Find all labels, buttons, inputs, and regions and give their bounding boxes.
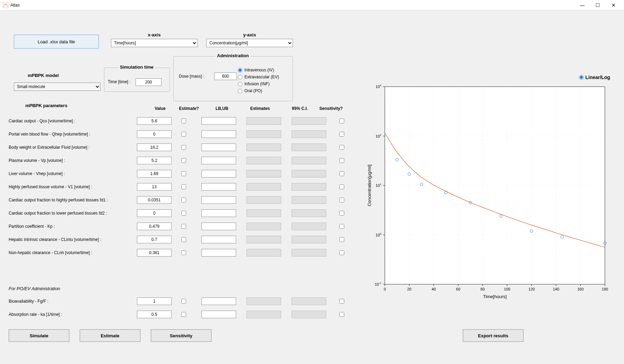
param-lbub-5[interactable] (201, 183, 236, 191)
param-estimate-check-5[interactable] (181, 184, 186, 189)
svg-text:20: 20 (407, 287, 411, 291)
administration-group: Administration Dose [mass] : Intravenous… (173, 56, 293, 101)
admin-radio-input-3[interactable] (238, 89, 242, 93)
param-lbub-1[interactable] (201, 130, 236, 138)
param-value-9[interactable] (137, 236, 172, 243)
simulate-button[interactable]: Simulate (9, 329, 69, 342)
param-lbub-3[interactable] (201, 157, 236, 164)
poev-sens-check-0[interactable] (339, 299, 344, 304)
param-estimates-1 (246, 130, 281, 138)
app-window: Atlas — ☐ ✕ Load .xlsx data file x-axis … (0, 0, 624, 364)
param-sens-check-9[interactable] (339, 237, 344, 242)
param-value-10[interactable] (137, 249, 172, 257)
param-sens-check-10[interactable] (339, 250, 344, 255)
export-button[interactable]: Export results (463, 329, 523, 342)
param-lbub-8[interactable] (201, 223, 236, 230)
svg-text:0: 0 (384, 287, 386, 291)
param-value-3[interactable] (137, 157, 172, 164)
admin-radio-label-0: Intravenous (IV) (244, 68, 274, 72)
param-estimate-check-8[interactable] (181, 224, 186, 229)
param-sens-check-6[interactable] (339, 198, 344, 202)
param-estimate-check-0[interactable] (181, 119, 186, 123)
admin-radio-3[interactable]: Oral (PO) (238, 88, 279, 93)
titlebar: Atlas — ☐ ✕ (0, 0, 624, 10)
sensitivity-button[interactable]: Sensitivity (151, 329, 211, 342)
param-estimate-check-1[interactable] (181, 132, 186, 137)
poev-value-0[interactable] (137, 297, 172, 305)
param-value-2[interactable] (137, 144, 172, 151)
poev-lbub-1[interactable] (201, 311, 236, 318)
linlog-radio[interactable] (579, 75, 584, 80)
estimate-button[interactable]: Estimate (80, 329, 140, 342)
param-lbub-4[interactable] (201, 170, 236, 177)
col-lbub-header: LB,UB (206, 106, 237, 111)
admin-radio-2[interactable]: Infusion (INF) (238, 81, 279, 86)
param-value-6[interactable] (137, 196, 172, 204)
linlog-toggle[interactable]: Linear/Log (579, 75, 610, 80)
maximize-button[interactable]: ☐ (590, 0, 606, 10)
param-value-0[interactable] (137, 117, 172, 125)
param-estimates-6 (246, 196, 281, 204)
admin-radio-0[interactable]: Intravenous (IV) (238, 68, 279, 72)
param-lbub-9[interactable] (201, 236, 236, 243)
param-sens-check-3[interactable] (339, 158, 344, 163)
poev-rows: Bioavailability - Fg/F :Absorption rate … (9, 295, 348, 321)
poev-sens-check-1[interactable] (339, 312, 344, 317)
linlog-label: Linear/Log (585, 75, 610, 80)
close-button[interactable]: ✕ (606, 0, 621, 10)
param-estimate-check-3[interactable] (181, 158, 186, 163)
admin-radio-input-2[interactable] (238, 82, 242, 86)
svg-text:Time[hours]: Time[hours] (483, 294, 506, 299)
param-rows: Cardiac output - Qco [volume/time] :Port… (9, 114, 348, 259)
param-sens-check-4[interactable] (339, 171, 344, 176)
param-label-4: Liver volume - Vhep [volume] : (9, 171, 137, 176)
xaxis-select[interactable]: Time[hours] (111, 39, 198, 47)
param-sens-check-0[interactable] (339, 119, 344, 123)
app-icon (3, 2, 8, 8)
param-estimates-5 (246, 183, 281, 191)
param-sens-check-1[interactable] (339, 132, 344, 137)
svg-text:Concentration[μg/ml]: Concentration[μg/ml] (367, 165, 372, 206)
model-select[interactable]: Small molecule (14, 83, 101, 91)
yaxis-select[interactable]: Concentration[μg/ml] (206, 39, 293, 47)
param-ci-9 (292, 236, 326, 243)
param-sens-check-2[interactable] (339, 145, 344, 150)
param-lbub-2[interactable] (201, 144, 236, 151)
param-estimate-check-10[interactable] (181, 250, 186, 255)
param-ci-6 (292, 196, 326, 204)
param-value-7[interactable] (137, 209, 172, 217)
poev-estimates-0 (246, 297, 281, 305)
admin-radio-input-1[interactable] (238, 75, 242, 79)
svg-text:100: 100 (504, 287, 510, 291)
param-sens-check-7[interactable] (339, 211, 344, 216)
poev-lbub-0[interactable] (201, 297, 236, 305)
param-estimate-check-6[interactable] (181, 198, 186, 202)
simtime-input[interactable] (136, 78, 162, 86)
param-lbub-10[interactable] (201, 249, 236, 257)
dose-input[interactable] (214, 72, 237, 80)
param-value-5[interactable] (137, 183, 172, 191)
poev-estimate-check-1[interactable] (181, 312, 186, 317)
param-estimate-check-7[interactable] (181, 211, 186, 216)
param-estimate-check-4[interactable] (181, 171, 186, 176)
minimize-button[interactable]: — (574, 0, 590, 10)
poev-estimates-1 (246, 311, 281, 318)
param-value-1[interactable] (137, 130, 172, 138)
load-data-button[interactable]: Load .xlsx data file (14, 35, 99, 49)
param-lbub-0[interactable] (201, 117, 236, 125)
param-ci-4 (292, 170, 326, 177)
admin-radio-input-0[interactable] (238, 68, 242, 72)
param-sens-check-5[interactable] (339, 184, 344, 189)
param-lbub-7[interactable] (201, 209, 236, 217)
poev-value-1[interactable] (137, 311, 172, 318)
param-row-3: Plasma volume - Vp [volume] : (9, 154, 348, 167)
svg-text:102: 102 (375, 133, 381, 138)
admin-radio-1[interactable]: Extravascular (EV) (238, 75, 279, 79)
param-estimate-check-9[interactable] (181, 237, 186, 242)
param-estimate-check-2[interactable] (181, 145, 186, 150)
param-lbub-6[interactable] (201, 196, 236, 204)
param-value-4[interactable] (137, 170, 172, 177)
param-value-8[interactable] (137, 223, 172, 230)
param-sens-check-8[interactable] (339, 224, 344, 229)
poev-estimate-check-0[interactable] (181, 299, 186, 304)
